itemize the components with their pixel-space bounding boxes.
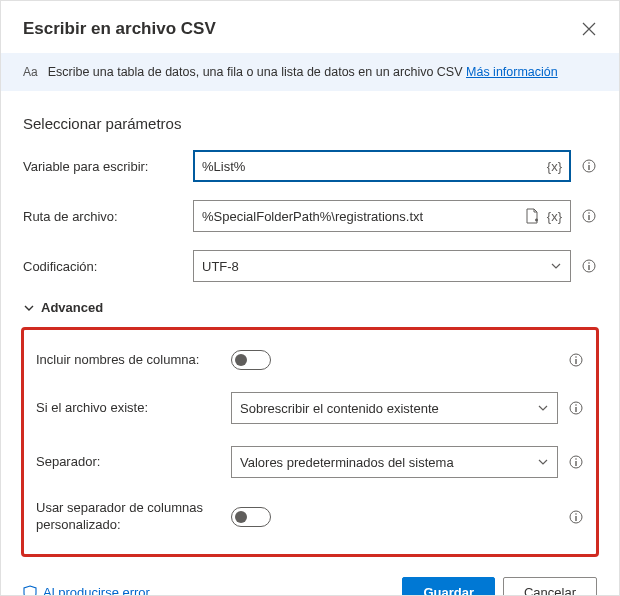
info-banner: Aa Escribe una tabla de datos, una fila … <box>1 53 619 91</box>
row-variable: Variable para escribir: %List% {x} <box>23 150 597 182</box>
if-exists-select[interactable]: Sobrescribir el contenido existente <box>231 392 558 424</box>
info-icon <box>582 209 596 223</box>
svg-point-10 <box>575 356 577 358</box>
chevron-down-icon <box>537 456 549 468</box>
svg-rect-17 <box>575 461 576 466</box>
svg-rect-2 <box>588 165 589 170</box>
info-icon <box>582 159 596 173</box>
if-exists-value: Sobrescribir el contenido existente <box>240 401 537 416</box>
section-title: Seleccionar parámetros <box>23 115 597 132</box>
include-columns-help-button[interactable] <box>568 352 584 368</box>
variable-input[interactable]: %List% {x} <box>193 150 571 182</box>
svg-point-13 <box>575 404 577 406</box>
on-error-link[interactable]: Al producirse error <box>23 585 150 596</box>
info-icon <box>582 259 596 273</box>
on-error-label: Al producirse error <box>43 585 150 596</box>
encoding-select[interactable]: UTF-8 <box>193 250 571 282</box>
advanced-panel: Incluir nombres de columna: Si el archiv… <box>21 327 599 557</box>
variable-value: %List% <box>202 159 547 174</box>
row-path: Ruta de archivo: %SpecialFolderPath%\reg… <box>23 200 597 232</box>
row-encoding: Codificación: UTF-8 <box>23 250 597 282</box>
dialog-footer: Al producirse error Guardar Cancelar <box>1 557 619 596</box>
include-columns-label: Incluir nombres de columna: <box>36 352 231 369</box>
svg-point-4 <box>588 212 590 214</box>
row-include-columns: Incluir nombres de columna: <box>36 350 584 370</box>
path-help-button[interactable] <box>581 208 597 224</box>
dialog-header: Escribir en archivo CSV <box>1 1 619 53</box>
svg-point-7 <box>588 262 590 264</box>
dialog: Escribir en archivo CSV Aa Escribe una t… <box>1 1 619 596</box>
chevron-down-icon <box>550 260 562 272</box>
banner-description: Escribe una tabla de datos, una fila o u… <box>48 65 466 79</box>
save-button[interactable]: Guardar <box>402 577 495 596</box>
close-icon <box>582 22 596 36</box>
if-exists-help-button[interactable] <box>568 400 584 416</box>
path-input[interactable]: %SpecialFolderPath%\registrations.txt {x… <box>193 200 571 232</box>
cancel-button[interactable]: Cancelar <box>503 577 597 596</box>
info-icon <box>569 353 583 367</box>
custom-separator-help-button[interactable] <box>568 509 584 525</box>
svg-point-1 <box>588 162 590 164</box>
text-format-icon: Aa <box>23 65 38 79</box>
shield-icon <box>23 585 37 596</box>
close-button[interactable] <box>581 21 597 37</box>
separator-label: Separador: <box>36 454 231 471</box>
custom-separator-label: Usar separador de columnas personalizado… <box>36 500 231 534</box>
include-columns-toggle[interactable] <box>231 350 271 370</box>
variable-label: Variable para escribir: <box>23 159 193 174</box>
row-separator: Separador: Valores predeterminados del s… <box>36 446 584 478</box>
path-value: %SpecialFolderPath%\registrations.txt <box>202 209 525 224</box>
info-icon <box>569 401 583 415</box>
banner-text: Escribe una tabla de datos, una fila o u… <box>48 65 558 79</box>
advanced-toggle[interactable]: Advanced <box>23 300 597 315</box>
row-custom-separator: Usar separador de columnas personalizado… <box>36 500 584 534</box>
advanced-label: Advanced <box>41 300 103 315</box>
variable-picker-icon[interactable]: {x} <box>547 209 562 224</box>
more-info-link[interactable]: Más información <box>466 65 558 79</box>
variable-picker-icon[interactable]: {x} <box>547 159 562 174</box>
separator-help-button[interactable] <box>568 454 584 470</box>
dialog-body: Seleccionar parámetros Variable para esc… <box>1 91 619 557</box>
chevron-down-icon <box>23 302 35 314</box>
dialog-title: Escribir en archivo CSV <box>23 19 216 39</box>
if-exists-label: Si el archivo existe: <box>36 400 231 417</box>
svg-rect-20 <box>575 516 576 521</box>
svg-rect-5 <box>588 215 589 220</box>
svg-point-16 <box>575 458 577 460</box>
svg-point-19 <box>575 513 577 515</box>
separator-select[interactable]: Valores predeterminados del sistema <box>231 446 558 478</box>
encoding-help-button[interactable] <box>581 258 597 274</box>
encoding-value: UTF-8 <box>202 259 550 274</box>
variable-help-button[interactable] <box>581 158 597 174</box>
chevron-down-icon <box>537 402 549 414</box>
svg-rect-11 <box>575 359 576 364</box>
svg-rect-8 <box>588 265 589 270</box>
info-icon <box>569 510 583 524</box>
custom-separator-toggle[interactable] <box>231 507 271 527</box>
svg-rect-14 <box>575 407 576 412</box>
path-label: Ruta de archivo: <box>23 209 193 224</box>
info-icon <box>569 455 583 469</box>
separator-value: Valores predeterminados del sistema <box>240 455 537 470</box>
row-if-exists: Si el archivo existe: Sobrescribir el co… <box>36 392 584 424</box>
file-picker-icon[interactable] <box>525 208 539 224</box>
encoding-label: Codificación: <box>23 259 193 274</box>
